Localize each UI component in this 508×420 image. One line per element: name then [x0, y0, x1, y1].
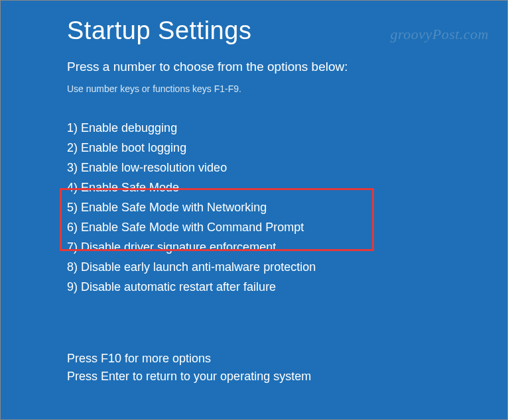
page-title: Startup Settings — [67, 17, 441, 45]
option-3-enable-low-resolution-video[interactable]: 3) Enable low-resolution video — [67, 158, 441, 178]
footer-instructions: Press F10 for more options Press Enter t… — [67, 350, 441, 386]
options-list: 1) Enable debugging 2) Enable boot loggi… — [67, 118, 441, 297]
option-1-enable-debugging[interactable]: 1) Enable debugging — [67, 118, 441, 138]
option-5-enable-safe-mode-networking[interactable]: 5) Enable Safe Mode with Networking — [67, 197, 441, 217]
watermark-text: groovyPost.com — [390, 26, 489, 43]
option-6-enable-safe-mode-command-prompt[interactable]: 6) Enable Safe Mode with Command Prompt — [67, 217, 441, 237]
startup-settings-screen: Startup Settings Press a number to choos… — [1, 1, 507, 386]
option-4-enable-safe-mode[interactable]: 4) Enable Safe Mode — [67, 178, 441, 197]
instruction-hint: Use number keys or functions keys F1-F9. — [67, 83, 441, 94]
footer-return: Press Enter to return to your operating … — [67, 368, 441, 386]
option-9-disable-auto-restart[interactable]: 9) Disable automatic restart after failu… — [67, 277, 441, 297]
option-2-enable-boot-logging[interactable]: 2) Enable boot logging — [67, 138, 441, 158]
option-7-disable-driver-signature[interactable]: 7) Disable driver signature enforcement — [67, 237, 441, 257]
footer-more-options: Press F10 for more options — [67, 350, 441, 368]
instruction-subtitle: Press a number to choose from the option… — [67, 60, 441, 74]
option-8-disable-anti-malware[interactable]: 8) Disable early launch anti-malware pro… — [67, 257, 441, 277]
